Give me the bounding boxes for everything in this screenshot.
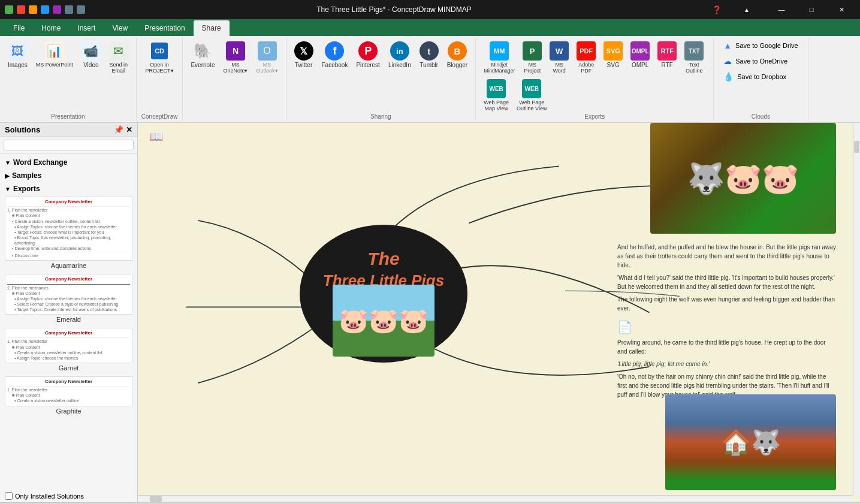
chevron-down-icon-exports: ▼ <box>5 186 11 192</box>
ribbon-group-sharing: 𝕏 Twitter f Facebook P Pinterest in Link… <box>286 37 476 121</box>
canvas-area[interactable]: 📖 The Three Little Pigs 🐷🐷🐷 🐺🐷🐷 And he h… <box>138 123 860 502</box>
title-bar-icons <box>5 5 85 14</box>
sidebar-section-word-exchange: ▼ Word Exchange <box>0 156 137 169</box>
minimize-button[interactable]: — <box>768 0 795 19</box>
ms-onenote-button[interactable]: N MSOneNote▾ <box>220 40 251 76</box>
sidebar-section-header-samples[interactable]: ▶ Samples <box>5 170 132 181</box>
blogger-button[interactable]: B Blogger <box>444 40 470 70</box>
solution-aquamarine: Company Newsletter 1. Plan the newslette… <box>0 195 137 273</box>
facebook-button[interactable]: f Facebook <box>319 40 351 70</box>
ms-word-button[interactable]: W MSWord <box>547 40 572 76</box>
story-para5: 'Little pig, little pig, let me come in.… <box>617 360 836 369</box>
clouds-group-label: Clouds <box>721 113 800 120</box>
vertical-scrollbar[interactable] <box>853 123 860 495</box>
story-image-wolf: 🐺🐷🐷 <box>650 123 836 234</box>
web-outline-view-button[interactable]: WEB Web PageOutline View <box>514 77 550 113</box>
text-outline-button[interactable]: TXT TextOutline <box>681 40 707 76</box>
save-onedrive-button[interactable]: ☁ Save to OneDrive <box>721 55 800 67</box>
hscroll-thumb[interactable] <box>150 496 162 502</box>
ribbon: 🖼 Images 📊 MS PowerPoint 📹 Video ✉ Send … <box>0 36 860 123</box>
ms-project-button[interactable]: P MSProject <box>520 40 545 76</box>
save-google-drive-button[interactable]: ▲ Save to Google Drive <box>721 40 800 52</box>
story-text-block1: And he huffed, and he puffed and he blew… <box>617 243 836 399</box>
video-button[interactable]: 📹 Video <box>79 40 104 70</box>
solution-graphite-name: Graphite <box>5 406 132 417</box>
window-controls: ❓ ▲ — □ ✕ <box>703 0 855 19</box>
solution-emerald-name: Emerald <box>5 315 132 325</box>
twitter-button[interactable]: 𝕏 Twitter <box>291 40 316 70</box>
chevron-right-icon: ▶ <box>5 173 10 179</box>
right-panel: 🐺🐷🐷 And he huffed, and he puffed and he … <box>602 123 836 502</box>
sidebar-section-samples: ▶ Samples <box>0 169 137 182</box>
ribbon-group-conceptdraw: CD Open inPROJECT▾ ConceptDraw <box>137 37 183 121</box>
app-icon-3 <box>29 5 37 14</box>
ribbon-group-notes: 🐘 Evernote N MSOneNote▾ O MSOutlook▾ <box>183 37 286 121</box>
tab-home[interactable]: Home <box>33 20 69 36</box>
help-icon[interactable]: ❓ ▲ <box>703 0 761 19</box>
sidebar-search-area <box>0 137 137 153</box>
sidebar-content: ▼ Word Exchange ▶ Samples ▼ Exports <box>0 153 137 490</box>
tumblr-button[interactable]: t Tumblr <box>417 40 442 70</box>
ribbon-tabs: File Home Insert View Presentation Share <box>0 19 860 36</box>
rtf-button[interactable]: RTF RTF <box>654 40 680 76</box>
sidebar-section-exports: ▼ Exports <box>0 182 137 195</box>
tab-share[interactable]: Share <box>194 20 230 36</box>
pig-illustration: 🐷🐷🐷 <box>333 285 434 357</box>
images-button[interactable]: 🖼 Images <box>5 40 31 70</box>
story-para2: 'What did I tell you?' said the third li… <box>617 273 836 291</box>
title-bar: The Three Little Pigs* - ConceptDraw MIN… <box>0 0 860 19</box>
solution-graphite-thumb: Company Newsletter 1. Plan the newslette… <box>5 376 132 406</box>
ompl-button[interactable]: OMPL OMPL <box>627 40 653 76</box>
open-project-button[interactable]: CD Open inPROJECT▾ <box>143 40 177 76</box>
tab-insert[interactable]: Insert <box>69 20 104 36</box>
only-installed-label: Only Installed Solutions <box>15 493 84 500</box>
sidebar-pin-icon[interactable]: 📌 <box>114 125 123 134</box>
solution-garnet-name: Garnet <box>5 363 132 374</box>
only-installed-filter: Only Installed Solutions <box>0 490 137 502</box>
adobe-pdf-button[interactable]: PDF AdobePDF <box>574 40 599 76</box>
ribbon-group-presentation: 🖼 Images 📊 MS PowerPoint 📹 Video ✉ Send … <box>0 37 137 121</box>
evernote-button[interactable]: 🐘 Evernote <box>188 40 218 70</box>
close-button[interactable]: ✕ <box>828 0 855 19</box>
sidebar-search-input[interactable] <box>4 140 134 150</box>
maximize-button[interactable]: □ <box>798 0 825 19</box>
web-map-view-button[interactable]: WEB Web PageMap View <box>481 77 512 113</box>
sidebar-close-icon[interactable]: ✕ <box>126 125 132 134</box>
conceptdraw-buttons: CD Open inPROJECT▾ <box>143 40 177 112</box>
solution-garnet: Company Newsletter 1. Plan the newslette… <box>0 327 137 375</box>
tab-file[interactable]: File <box>5 20 33 36</box>
tab-view[interactable]: View <box>104 20 136 36</box>
central-node[interactable]: The Three Little Pigs 🐷🐷🐷 <box>300 225 467 363</box>
linkedin-button[interactable]: in LinkedIn <box>385 40 414 70</box>
story-para3: The following night the wolf was even hu… <box>617 295 836 313</box>
save-dropbox-button[interactable]: 💧 Save to Dropbox <box>721 71 800 83</box>
send-email-button[interactable]: ✉ Send inEmail <box>106 40 131 76</box>
ms-powerpoint-button[interactable]: 📊 MS PowerPoint <box>33 40 76 70</box>
sidebar-section-header-exports[interactable]: ▼ Exports <box>5 183 132 194</box>
vscroll-thumb[interactable] <box>854 141 859 153</box>
app-icon-1 <box>5 5 13 14</box>
presentation-buttons: 🖼 Images 📊 MS PowerPoint 📹 Video ✉ Send … <box>5 40 131 112</box>
document-icon: 📄 <box>617 320 836 334</box>
notes-buttons: 🐘 Evernote N MSOneNote▾ O MSOutlook▾ <box>188 40 280 119</box>
mindjet-button[interactable]: MM MindjetMindManager <box>481 40 518 76</box>
app-icon-7 <box>77 5 85 14</box>
sidebar: Solutions 📌 ✕ ▼ Word Exchange ▶ Samples <box>0 123 138 502</box>
horizontal-scrollbar[interactable] <box>138 495 853 502</box>
tab-presentation[interactable]: Presentation <box>136 20 193 36</box>
presentation-group-label: Presentation <box>51 112 85 120</box>
sharing-group-label: Sharing <box>370 112 391 120</box>
central-title-line1: The <box>367 249 399 269</box>
pinterest-button[interactable]: P Pinterest <box>353 40 382 70</box>
app-icon-4 <box>41 5 49 14</box>
only-installed-checkbox[interactable] <box>5 492 13 500</box>
story-para1: And he huffed, and he puffed and he blew… <box>617 243 836 270</box>
sidebar-section-header-word-exchange[interactable]: ▼ Word Exchange <box>5 157 132 168</box>
solution-garnet-thumb: Company Newsletter 1. Plan the newslette… <box>5 328 132 363</box>
svg-button[interactable]: SVG SVG <box>601 40 626 76</box>
ribbon-group-exports: MM MindjetMindManager P MSProject W MSWo… <box>476 37 714 121</box>
app-icon-5 <box>53 5 61 14</box>
ms-outlook-button[interactable]: O MSOutlook▾ <box>253 40 280 76</box>
sidebar-header: Solutions 📌 ✕ <box>0 123 137 137</box>
window-title: The Three Little Pigs* - ConceptDraw MIN… <box>85 5 703 14</box>
